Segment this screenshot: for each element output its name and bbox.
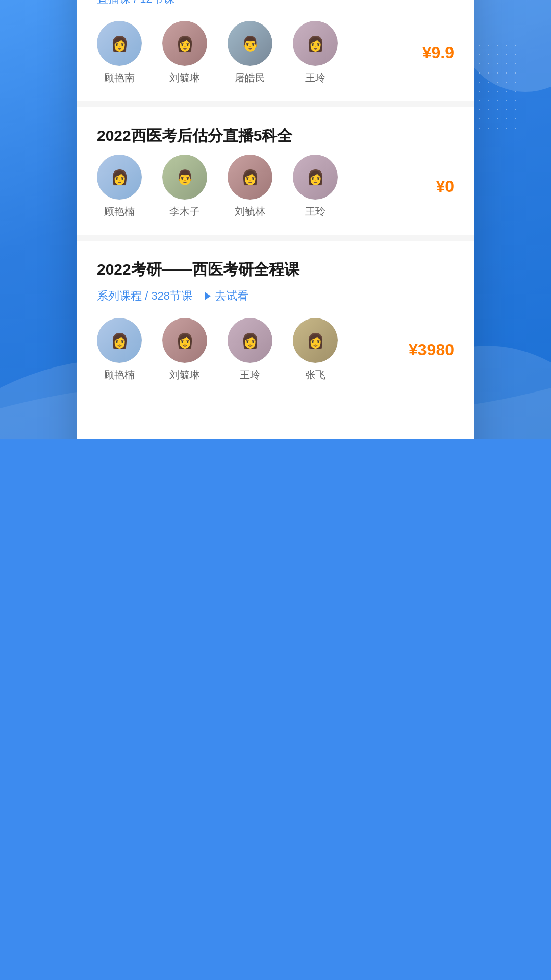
- teacher-item: 👩 刘毓琳: [162, 21, 207, 85]
- teacher-item: 👨 李木子: [162, 155, 207, 218]
- teacher-item: 👩 顾艳楠: [97, 155, 142, 218]
- course-1-lessons: 12节课: [140, 0, 174, 5]
- course-3-footer: 👩 顾艳楠 👩 刘毓琳: [97, 318, 454, 382]
- teacher-item: 👩 刘毓琳: [162, 318, 207, 382]
- try-watch-label: 去试看: [215, 288, 248, 304]
- avatar-li-mu-zi: 👨: [162, 155, 207, 200]
- course-3-price: ¥3980: [409, 340, 454, 359]
- avatar-gu-yan-nan-3: 👩: [97, 318, 142, 363]
- phone-mockup: HD1HD2 4G 📶 📶 788 B/s 🌐 ⏰ 🔕 87 14:00 全部课…: [77, 0, 474, 439]
- teacher-item: 👩 张飞: [293, 318, 338, 382]
- course-3-type: 系列课程: [97, 289, 142, 302]
- teacher-item: 👩 王玲: [293, 21, 338, 85]
- teacher-item: 👩 顾艳南: [97, 21, 142, 85]
- avatar-liu-yu-lin-3: 👩: [162, 318, 207, 363]
- course-2-title: 2022西医考后估分直播5科全: [97, 126, 454, 146]
- avatar-gu-yan-nan-2: 👩: [97, 155, 142, 200]
- teacher-name: 刘毓琳: [169, 368, 200, 382]
- teacher-name: 屠皓民: [235, 71, 265, 85]
- teacher-name: 顾艳南: [104, 71, 135, 85]
- course-3-teachers: 👩 顾艳楠 👩 刘毓琳: [97, 318, 338, 382]
- course-1-price: ¥9.9: [422, 43, 454, 62]
- bottom-spacer: [77, 398, 474, 439]
- avatar-zhang-fei: 👩: [293, 318, 338, 363]
- teacher-name: 顾艳楠: [104, 368, 135, 382]
- teacher-item: 👩 王玲: [228, 318, 272, 382]
- teacher-item: 👨 屠皓民: [228, 21, 272, 85]
- course-list: 2022考研-聚焦考前3小时 直播课 / 12节课 👩: [77, 0, 474, 398]
- course-1-footer: 👩 顾艳南 👩 刘毓琳: [97, 21, 454, 85]
- teacher-item: 👩 王玲: [293, 155, 338, 218]
- avatar-wang-ling: 👩: [293, 21, 338, 66]
- hero-section: 视频课程 匠心原创 录播直播全覆盖，支持离线观看 HD1HD2 4G 📶 📶 7…: [0, 0, 551, 439]
- avatar-wang-ling-2: 👩: [293, 155, 338, 200]
- course-1-meta: 直播课 / 12节课: [97, 0, 454, 7]
- avatar-gu-yan-nan: 👩: [97, 21, 142, 66]
- course-card-1[interactable]: 2022考研-聚焦考前3小时 直播课 / 12节课 👩: [77, 0, 474, 107]
- course-2-price: ¥0: [436, 177, 454, 196]
- teacher-name: 刘毓琳: [169, 71, 200, 85]
- course-3-lessons: 328节课: [151, 289, 192, 302]
- teacher-item: 👩 顾艳楠: [97, 318, 142, 382]
- teacher-name: 王玲: [305, 71, 325, 85]
- teacher-name: 刘毓林: [235, 205, 265, 218]
- teacher-item: 👩 刘毓林: [228, 155, 272, 218]
- course-3-meta: 系列课程 / 328节课: [97, 288, 192, 304]
- course-1-type: 直播课: [97, 0, 131, 5]
- course-2-teachers: 👩 顾艳楠 👨 李木子: [97, 155, 338, 218]
- course-1-sep: /: [134, 0, 140, 5]
- teacher-name: 张飞: [305, 368, 325, 382]
- course-3-sep: /: [145, 289, 151, 302]
- course-1-teachers: 👩 顾艳南 👩 刘毓琳: [97, 21, 338, 85]
- course-card-3[interactable]: 2022考研——西医考研全程课 系列课程 / 328节课 去试看: [77, 241, 474, 398]
- teacher-name: 王玲: [240, 368, 260, 382]
- play-icon: [205, 292, 211, 300]
- bottom-section: [0, 439, 551, 980]
- course-3-meta-row: 系列课程 / 328节课 去试看: [97, 288, 454, 304]
- avatar-liu-yu-lin: 👩: [162, 21, 207, 66]
- avatar-tu-hao-min: 👨: [228, 21, 272, 66]
- try-watch-button[interactable]: 去试看: [205, 288, 248, 304]
- avatar-wang-ling-3: 👩: [228, 318, 272, 363]
- course-card-2[interactable]: 2022西医考后估分直播5科全 👩 顾艳楠: [77, 107, 474, 241]
- course-3-title: 2022考研——西医考研全程课: [97, 259, 454, 280]
- teacher-name: 顾艳楠: [104, 205, 135, 218]
- teacher-name: 李木子: [169, 205, 200, 218]
- avatar-liu-yu-lin-2: 👩: [228, 155, 272, 200]
- course-2-footer: 👩 顾艳楠 👨 李木子: [97, 155, 454, 218]
- teacher-name: 王玲: [305, 205, 325, 218]
